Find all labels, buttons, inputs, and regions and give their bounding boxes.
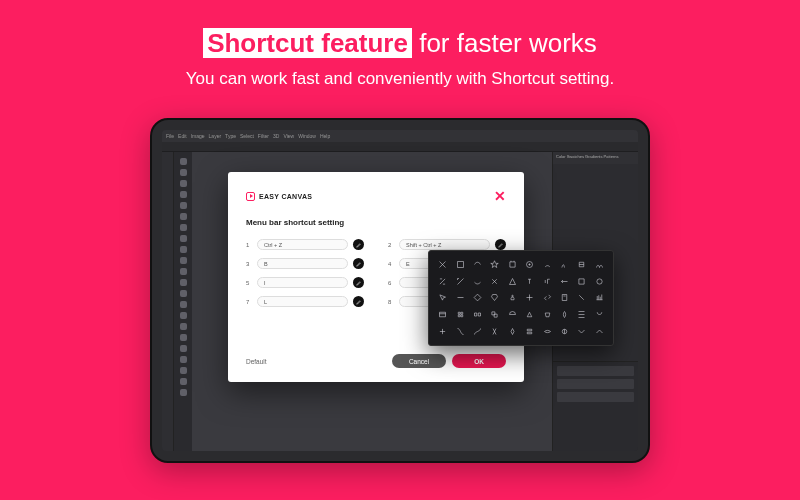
tool-slot[interactable] (180, 367, 187, 374)
shortcut-tool-icon[interactable] (495, 239, 506, 250)
light-icon[interactable] (557, 307, 572, 322)
shortcut-input[interactable]: Shift + Ctrl + Z (399, 239, 490, 250)
menu-item[interactable]: Type (225, 133, 236, 139)
tool-slot[interactable] (180, 169, 187, 176)
mesh-icon[interactable] (574, 307, 589, 322)
tool-slot[interactable] (180, 235, 187, 242)
pencil-icon[interactable] (574, 324, 589, 339)
ruler-icon[interactable] (592, 291, 607, 306)
menu-item[interactable]: Help (320, 133, 330, 139)
sponge-icon[interactable] (522, 324, 537, 339)
fgbg-icon[interactable] (487, 307, 502, 322)
rect-icon[interactable] (574, 274, 589, 289)
tool-slot[interactable] (180, 268, 187, 275)
ellipse-icon[interactable] (592, 274, 607, 289)
rotate-icon[interactable] (522, 291, 537, 306)
menu-item[interactable]: Layer (209, 133, 222, 139)
curvature-icon[interactable] (470, 324, 485, 339)
tool-slot[interactable] (180, 334, 187, 341)
shortcut-number: 1 (246, 242, 252, 248)
tool-slot[interactable] (180, 246, 187, 253)
dodge-icon[interactable] (487, 274, 502, 289)
shortcut-input[interactable]: L (257, 296, 348, 307)
quick-icon[interactable] (435, 324, 450, 339)
menu-item[interactable]: View (283, 133, 294, 139)
eyedropper-icon[interactable] (522, 257, 537, 272)
menu-item[interactable]: Filter (258, 133, 269, 139)
patch-icon[interactable] (539, 324, 554, 339)
shortcut-tool-icon[interactable] (353, 258, 364, 269)
lasso-icon[interactable] (470, 257, 485, 272)
tablet-frame: FileEditImageLayerTypeSelectFilter3DView… (150, 118, 650, 463)
shortcut-tool-icon[interactable] (353, 239, 364, 250)
frame-icon[interactable] (435, 307, 450, 322)
mask-icon[interactable] (505, 307, 520, 322)
tool-slot[interactable] (180, 378, 187, 385)
tool-slot[interactable] (180, 290, 187, 297)
tool-slot[interactable] (180, 224, 187, 231)
3d-icon[interactable] (522, 307, 537, 322)
type-h-icon[interactable] (522, 274, 537, 289)
tool-slot[interactable] (180, 158, 187, 165)
mixer-icon[interactable] (592, 324, 607, 339)
polygon-icon[interactable] (470, 291, 485, 306)
cursor-icon[interactable] (435, 291, 450, 306)
crop-icon[interactable] (505, 257, 520, 272)
stamp-icon[interactable] (574, 257, 589, 272)
tool-slot[interactable] (180, 301, 187, 308)
smudge-icon[interactable] (487, 324, 502, 339)
note-icon[interactable] (557, 291, 572, 306)
slice-icon[interactable] (470, 307, 485, 322)
magic-icon[interactable] (557, 324, 572, 339)
close-button[interactable]: ✕ (494, 188, 506, 204)
sharpen-icon[interactable] (505, 324, 520, 339)
menu-item[interactable]: 3D (273, 133, 279, 139)
hand-icon[interactable] (505, 291, 520, 306)
tool-slot[interactable] (180, 345, 187, 352)
tool-column (174, 152, 192, 451)
tool-slot[interactable] (180, 312, 187, 319)
brush-icon[interactable] (557, 257, 572, 272)
shortcut-input[interactable]: Ctrl + Z (257, 239, 348, 250)
shortcut-tool-icon[interactable] (353, 277, 364, 288)
default-link[interactable]: Default (246, 358, 267, 365)
wand-icon[interactable] (487, 257, 502, 272)
gradient-icon[interactable] (452, 274, 467, 289)
menu-item[interactable]: Image (191, 133, 205, 139)
shortcut-input[interactable]: B (257, 258, 348, 269)
shortcut-tool-icon[interactable] (353, 296, 364, 307)
artboard-icon[interactable] (452, 307, 467, 322)
material-icon[interactable] (592, 307, 607, 322)
tool-slot[interactable] (180, 279, 187, 286)
type-v-icon[interactable] (539, 274, 554, 289)
zoom-icon[interactable] (539, 291, 554, 306)
history-icon[interactable] (592, 257, 607, 272)
tool-slot[interactable] (180, 323, 187, 330)
blur-icon[interactable] (470, 274, 485, 289)
cam-icon[interactable] (539, 307, 554, 322)
heal-icon[interactable] (539, 257, 554, 272)
menu-item[interactable]: Edit (178, 133, 187, 139)
tool-slot[interactable] (180, 389, 187, 396)
line-icon[interactable] (452, 291, 467, 306)
ok-button[interactable]: OK (452, 354, 506, 368)
path-icon[interactable] (557, 274, 572, 289)
tool-slot[interactable] (180, 257, 187, 264)
eraser-icon[interactable] (435, 274, 450, 289)
pen-icon[interactable] (505, 274, 520, 289)
tool-slot[interactable] (180, 213, 187, 220)
cancel-button[interactable]: Cancel (392, 354, 446, 368)
menu-item[interactable]: Window (298, 133, 316, 139)
menu-item[interactable]: Select (240, 133, 254, 139)
tool-slot[interactable] (180, 180, 187, 187)
menu-item[interactable]: File (166, 133, 174, 139)
object-icon[interactable] (452, 324, 467, 339)
tool-slot[interactable] (180, 202, 187, 209)
move-icon[interactable] (435, 257, 450, 272)
custom-icon[interactable] (487, 291, 502, 306)
tool-slot[interactable] (180, 191, 187, 198)
tool-slot[interactable] (180, 356, 187, 363)
marquee-icon[interactable] (452, 257, 467, 272)
count-icon[interactable] (574, 291, 589, 306)
shortcut-input[interactable]: I (257, 277, 348, 288)
